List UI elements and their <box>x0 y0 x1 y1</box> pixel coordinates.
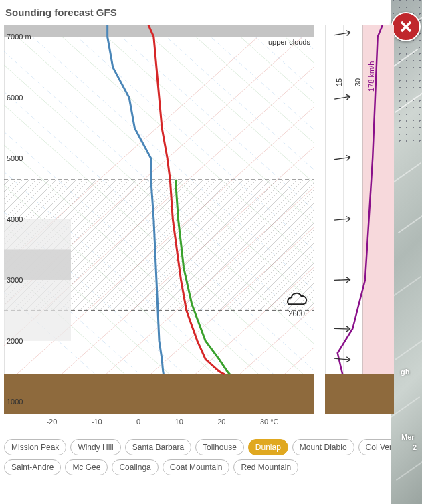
close-icon <box>398 19 414 35</box>
site-pill[interactable]: Saint-Andre <box>4 459 61 475</box>
svg-rect-50 <box>4 374 314 414</box>
site-pill[interactable]: Windy Hill <box>70 439 120 455</box>
map-background: gh Mer 2 <box>391 0 422 504</box>
svg-text:7000 m: 7000 m <box>7 33 31 41</box>
svg-text:5000: 5000 <box>7 154 23 162</box>
svg-text:178 km/h: 178 km/h <box>367 61 375 92</box>
map-label: Mer <box>401 433 415 441</box>
svg-rect-48 <box>4 25 314 37</box>
site-pill[interactable]: Mission Peak <box>4 439 66 455</box>
svg-text:2600: 2600 <box>288 309 304 318</box>
site-pill[interactable]: Coalinga <box>112 459 158 475</box>
site-pill[interactable]: Santa Barbara <box>125 439 191 455</box>
close-button[interactable] <box>391 12 421 41</box>
skewt-chart: upper clouds7000 m6000500040003000200010… <box>4 25 314 426</box>
site-pill[interactable]: Goat Mountain <box>163 459 230 475</box>
svg-line-72 <box>334 328 350 329</box>
svg-text:30: 30 <box>354 78 362 86</box>
site-pill-active[interactable]: Dunlap <box>248 439 288 455</box>
svg-text:6000: 6000 <box>7 94 23 102</box>
site-pill[interactable]: Mc Gee <box>65 459 108 475</box>
site-list: Mission Peak Windy Hill Santa Barbara To… <box>4 439 418 475</box>
svg-text:3000: 3000 <box>7 276 23 284</box>
wind-chart: 1530178 km/h <box>325 25 394 426</box>
svg-line-71 <box>334 280 350 281</box>
svg-text:1000: 1000 <box>7 398 23 406</box>
sounding-panel: gh Mer 2 Sounding forecast GFS upper clo… <box>0 0 422 504</box>
x-axis-ticks: -20 -10 0 10 20 30 °C <box>4 418 314 426</box>
map-label: gh <box>401 368 409 376</box>
map-label: 2 <box>413 443 417 451</box>
svg-text:2000: 2000 <box>7 337 23 345</box>
site-pill[interactable]: Mount Diablo <box>292 439 354 455</box>
svg-text:4000: 4000 <box>7 215 23 223</box>
svg-text:upper clouds: upper clouds <box>268 38 310 46</box>
svg-text:15: 15 <box>335 78 343 86</box>
panel-title: Sounding forecast GFS <box>5 7 418 18</box>
site-pill[interactable]: Red Mountain <box>233 459 298 475</box>
svg-rect-61 <box>325 374 394 414</box>
site-pill[interactable]: Tollhouse <box>195 439 244 455</box>
